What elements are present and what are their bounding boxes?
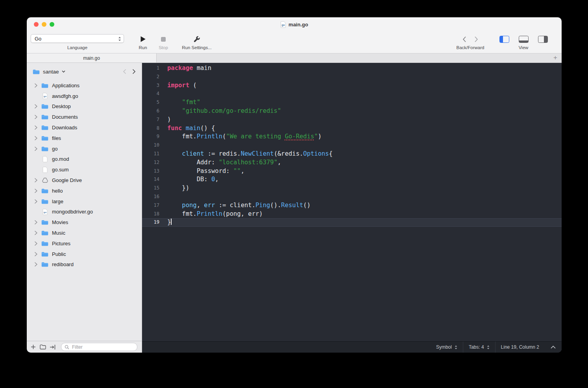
sidebar-item-rediboard[interactable]: rediboard [27,259,142,270]
code-text: Addr: "localhost:6379", [159,158,281,167]
sidebar-item-public[interactable]: Public [27,249,142,259]
folder-icon [33,69,40,75]
code-line-18[interactable]: 18 fmt.Println(pong, err) [142,210,562,219]
sidebar-item-movies[interactable]: Movies [27,217,142,228]
line-number: 14 [142,175,159,184]
stop-button[interactable]: Stop [155,34,172,50]
disclosure-chevron-icon[interactable] [33,262,39,267]
code-line-12[interactable]: 12 Addr: "localhost:6379", [142,158,562,167]
disclosure-chevron-icon[interactable] [33,252,39,256]
sidebar-item-go-sum[interactable]: go.sum [27,164,142,175]
code-area[interactable]: 1package main23import (45 "fmt"6 "github… [142,63,562,341]
code-editor: 1package main23import (45 "fmt"6 "github… [142,63,562,353]
code-line-17[interactable]: 17 pong, err := client.Ping().Result() [142,201,562,210]
code-line-6[interactable]: 6 "github.com/go-redis/redis" [142,107,562,116]
line-number: 16 [142,193,159,201]
view-sidebar-toggle[interactable] [499,36,509,43]
code-line-10[interactable]: 10 [142,141,562,150]
line-number: 5 [142,98,159,107]
desktop-background: { "window": { "title": "main.go" }, "too… [0,0,588,388]
code-line-7[interactable]: 7) [142,116,562,124]
disclosure-chevron-icon[interactable] [33,147,39,151]
sidebar-item-awsdfgh-go[interactable]: goawsdfgh.go [27,91,142,101]
sidebar-item-documents[interactable]: Documents [27,112,142,122]
main-toolbar: Go Language Run Stop [27,31,562,53]
tabs-dropdown[interactable]: Tabs: 4 [463,342,495,353]
disclosure-chevron-icon[interactable] [33,136,39,140]
disclosure-chevron-icon[interactable] [33,231,39,235]
cursor-position: Line 19, Column 2 [496,342,545,353]
run-settings-button[interactable]: Run Settings... [176,34,218,50]
disclosure-chevron-icon[interactable] [33,220,39,224]
sidebar-item-hello[interactable]: hello [27,186,142,196]
sidebar-item-applications[interactable]: Applications [27,80,142,91]
sidebar-item-desktop[interactable]: Desktop [27,101,142,112]
code-line-3[interactable]: 3import ( [142,81,562,90]
sidebar-back-button[interactable] [123,69,126,74]
collapse-statusbar-button[interactable] [545,342,562,353]
window-title: main.go [288,22,308,28]
view-group: View [494,34,553,50]
code-line-14[interactable]: 14 DB: 0, [142,175,562,184]
sidebar-item-go[interactable]: go [27,143,142,154]
sidebar-item-music[interactable]: Music [27,228,142,238]
tab-main-go[interactable]: main.go [27,53,157,63]
forward-button[interactable] [474,36,478,42]
line-number: 15 [142,184,159,193]
zoom-window-button[interactable] [50,22,54,27]
code-line-4[interactable]: 4 [142,90,562,98]
code-line-9[interactable]: 9 fmt.Println("We are testing Go-Redis") [142,132,562,141]
sidebar-item-mongodbdriver-go[interactable]: gomongodbdriver.go [27,207,142,217]
filter-input[interactable] [71,344,134,350]
view-right-panel-toggle[interactable] [538,36,548,43]
add-file-button[interactable] [30,344,36,351]
code-line-2[interactable]: 2 [142,73,562,81]
sidebar-forward-button[interactable] [132,69,136,74]
disclosure-chevron-icon[interactable] [33,83,39,88]
window-titlebar[interactable]: go main.go [27,17,562,31]
sidebar-item-downloads[interactable]: Downloads [27,122,142,133]
code-line-8[interactable]: 8func main() { [142,124,562,133]
disclosure-chevron-icon[interactable] [33,189,39,193]
code-text: pong, err := client.Ping().Result() [159,201,311,210]
code-line-19[interactable]: 19} [142,218,562,227]
code-line-11[interactable]: 11 client := redis.NewClient(&redis.Opti… [142,150,562,158]
disclosure-chevron-icon[interactable] [33,178,39,182]
sidebar-item-go-mod[interactable]: go.mod [27,154,142,165]
sidebar-item-files[interactable]: files [27,133,142,143]
gofile-icon: go [41,92,49,99]
back-button[interactable] [462,36,466,42]
new-tab-button[interactable]: + [553,53,557,62]
stop-label: Stop [159,45,168,50]
code-line-1[interactable]: 1package main [142,64,562,73]
language-selector[interactable]: Go [31,34,124,43]
code-line-15[interactable]: 15 }) [142,184,562,193]
root-folder-selector[interactable]: santae [33,69,65,75]
stepper-arrows-icon [455,345,457,349]
code-text: package main [159,64,211,73]
filter-field[interactable] [61,343,137,351]
disclosure-chevron-icon[interactable] [33,104,39,108]
minimize-window-button[interactable] [42,22,46,27]
sidebar-item-google-drive[interactable]: Google Drive [27,175,142,186]
code-line-13[interactable]: 13 Password: "", [142,167,562,176]
sidebar-item-label: Downloads [52,125,77,131]
disclosure-chevron-icon[interactable] [33,241,39,246]
tab-label: main.go [83,55,100,61]
disclosure-chevron-icon[interactable] [33,115,39,119]
code-line-16[interactable]: 16 [142,193,562,201]
gdrive-icon [41,177,49,184]
view-bottom-panel-toggle[interactable] [519,36,529,43]
sidebar-item-pictures[interactable]: Pictures [27,238,142,249]
disclosure-chevron-icon[interactable] [33,199,39,204]
reveal-in-editor-button[interactable] [50,344,55,351]
folder-icon [41,261,49,268]
disclosure-chevron-icon[interactable] [33,125,39,130]
run-button[interactable]: Run [133,34,152,50]
new-folder-button[interactable] [40,344,46,351]
sidebar-item-large[interactable]: large [27,196,142,207]
symbol-dropdown[interactable]: Symbol [431,342,463,353]
svg-text:go: go [43,211,46,213]
close-window-button[interactable] [34,22,39,27]
code-line-5[interactable]: 5 "fmt" [142,98,562,107]
